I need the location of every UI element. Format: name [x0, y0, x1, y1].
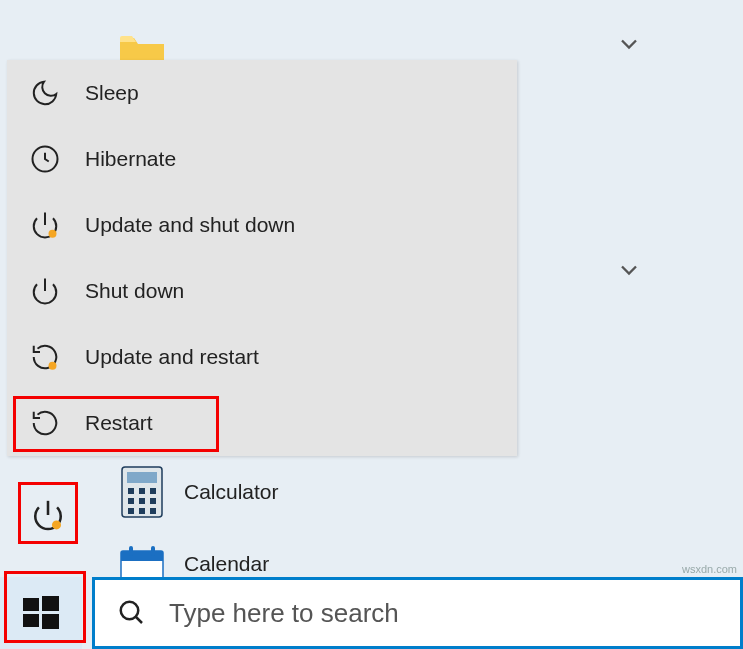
menu-item-update-restart[interactable]: Update and restart — [7, 324, 517, 390]
calculator-icon — [118, 468, 166, 516]
app-label: Calendar — [184, 552, 269, 576]
search-icon — [117, 598, 147, 628]
app-label: Calculator — [184, 480, 279, 504]
svg-rect-15 — [150, 508, 156, 514]
search-placeholder: Type here to search — [169, 598, 399, 629]
svg-rect-14 — [139, 508, 145, 514]
svg-rect-19 — [151, 546, 155, 556]
svg-rect-25 — [42, 614, 59, 629]
start-power-button[interactable] — [28, 495, 68, 535]
restart-icon — [29, 407, 61, 439]
svg-rect-13 — [128, 508, 134, 514]
svg-rect-17 — [121, 551, 163, 561]
menu-item-label: Restart — [85, 411, 153, 435]
svg-rect-12 — [150, 498, 156, 504]
svg-rect-18 — [129, 546, 133, 556]
watermark: wsxdn.com — [682, 563, 737, 575]
svg-rect-9 — [150, 488, 156, 494]
svg-rect-22 — [23, 598, 39, 611]
svg-line-27 — [136, 617, 142, 623]
taskbar: Type here to search — [0, 577, 743, 649]
chevron-down-icon[interactable] — [615, 30, 643, 58]
svg-point-2 — [49, 230, 57, 238]
svg-rect-8 — [139, 488, 145, 494]
search-bar[interactable]: Type here to search — [92, 577, 743, 649]
power-menu: Sleep Hibernate Update and shut down Shu… — [7, 60, 517, 456]
svg-point-26 — [121, 602, 139, 620]
menu-item-sleep[interactable]: Sleep — [7, 60, 517, 126]
svg-point-21 — [52, 520, 61, 529]
menu-item-label: Hibernate — [85, 147, 176, 171]
power-update-icon — [29, 209, 61, 241]
menu-item-hibernate[interactable]: Hibernate — [7, 126, 517, 192]
menu-item-restart[interactable]: Restart — [7, 390, 517, 456]
menu-item-label: Update and restart — [85, 345, 259, 369]
start-app-calculator[interactable]: Calculator — [118, 468, 279, 516]
start-button[interactable] — [0, 577, 82, 649]
svg-rect-7 — [128, 488, 134, 494]
svg-rect-24 — [23, 614, 39, 627]
menu-item-shutdown[interactable]: Shut down — [7, 258, 517, 324]
restart-update-icon — [29, 341, 61, 373]
power-icon — [29, 275, 61, 307]
menu-item-label: Shut down — [85, 279, 184, 303]
windows-icon — [21, 593, 61, 633]
moon-icon — [29, 77, 61, 109]
clock-icon — [29, 143, 61, 175]
menu-item-label: Sleep — [85, 81, 139, 105]
svg-point-4 — [49, 362, 57, 370]
svg-rect-23 — [42, 596, 59, 611]
menu-item-label: Update and shut down — [85, 213, 295, 237]
svg-rect-10 — [128, 498, 134, 504]
svg-rect-6 — [127, 472, 157, 483]
svg-rect-11 — [139, 498, 145, 504]
menu-item-update-shutdown[interactable]: Update and shut down — [7, 192, 517, 258]
chevron-down-icon[interactable] — [615, 256, 643, 284]
